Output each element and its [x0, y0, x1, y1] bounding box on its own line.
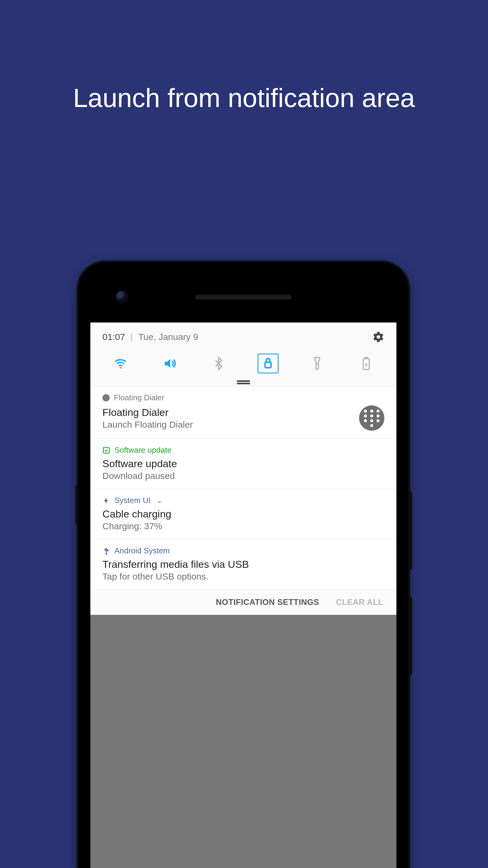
svg-point-7 — [104, 549, 105, 550]
phone-frame: 01:07 | Tue, January 9 — [78, 262, 409, 868]
phone-speaker — [195, 295, 292, 300]
quick-settings-header: 01:07 | Tue, January 9 — [90, 322, 396, 348]
notification-shade[interactable]: 01:07 | Tue, January 9 — [90, 322, 396, 615]
notification-title: Transferring media files via USB — [102, 558, 384, 570]
hero-title: Launch from notification area — [0, 0, 488, 115]
notification-settings-button[interactable]: NOTIFICATION SETTINGS — [216, 598, 319, 607]
notification-title: Floating Dialer — [102, 407, 193, 418]
notification-subtitle: Tap for other USB options. — [102, 571, 384, 582]
phone-front-camera — [116, 291, 127, 302]
status-date: Tue, January 9 — [138, 332, 198, 342]
phone-side-button-right-bottom — [409, 597, 412, 675]
status-separator: | — [130, 332, 133, 342]
notification-floating-dialer[interactable]: Floating Dialer Floating Dialer Launch F… — [90, 386, 396, 438]
notification-app-row: Floating Dialer — [102, 393, 384, 402]
battery-icon[interactable] — [358, 355, 375, 372]
flashlight-icon[interactable] — [309, 355, 326, 372]
notification-android-system[interactable]: Android System Transferring media files … — [90, 539, 396, 590]
notification-software-update[interactable]: Software update Software update Download… — [90, 438, 396, 489]
notification-app-name: Software update — [115, 445, 171, 455]
usb-icon — [102, 547, 110, 555]
notification-subtitle: Launch Floating Dialer — [102, 420, 193, 430]
phone-screen: 01:07 | Tue, January 9 — [90, 322, 396, 868]
app-dot-icon — [102, 394, 110, 401]
notification-system-ui[interactable]: System UI ⌄ Cable charging Charging: 37% — [90, 489, 396, 539]
svg-point-6 — [106, 553, 107, 554]
check-box-icon — [102, 446, 110, 454]
shade-footer: NOTIFICATION SETTINGS CLEAR ALL — [90, 590, 396, 615]
notification-app-name: Floating Dialer — [114, 393, 164, 402]
notification-title: Cable charging — [102, 508, 384, 520]
gear-icon[interactable] — [372, 331, 384, 343]
notification-app-row: Android System — [102, 546, 384, 555]
phone-side-button-left — [75, 485, 78, 524]
svg-rect-4 — [365, 358, 367, 359]
wifi-icon[interactable] — [112, 355, 129, 372]
phone-side-button-right-top — [409, 491, 412, 569]
notification-title: Software update — [102, 458, 384, 470]
svg-rect-1 — [265, 362, 271, 368]
notification-app-name: System UI — [115, 496, 151, 505]
notification-subtitle: Charging: 37% — [102, 521, 384, 531]
chevron-down-icon[interactable]: ⌄ — [157, 497, 162, 504]
sound-icon[interactable] — [161, 355, 178, 372]
quick-settings-row — [90, 348, 396, 380]
notification-app-name: Android System — [115, 546, 170, 555]
shade-drag-handle[interactable] — [237, 380, 250, 382]
bluetooth-icon[interactable] — [210, 355, 227, 372]
dialpad-icon[interactable] — [359, 405, 384, 431]
clear-all-button[interactable]: CLEAR ALL — [336, 598, 383, 607]
svg-rect-8 — [107, 550, 108, 551]
notification-app-row: Software update — [102, 445, 384, 455]
svg-point-0 — [120, 367, 121, 368]
notification-app-row: System UI ⌄ — [102, 496, 384, 505]
rotation-lock-icon[interactable] — [260, 355, 276, 372]
lightning-icon — [102, 497, 110, 504]
notification-subtitle: Download paused — [102, 471, 384, 481]
status-time: 01:07 — [102, 332, 125, 342]
